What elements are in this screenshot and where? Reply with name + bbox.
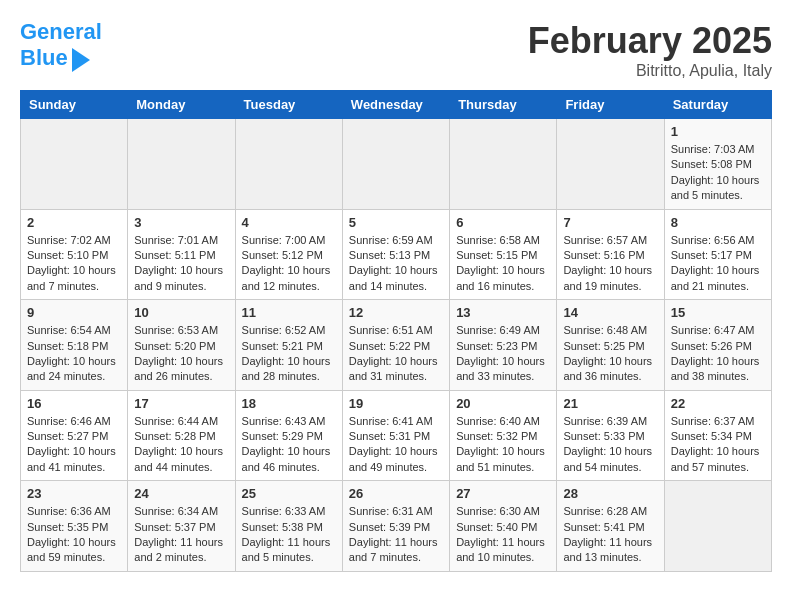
header-monday: Monday: [128, 91, 235, 119]
title-block: February 2025 Bitritto, Apulia, Italy: [528, 20, 772, 80]
calendar-cell: [128, 119, 235, 210]
day-number: 24: [134, 486, 228, 501]
calendar-cell: 19Sunrise: 6:41 AM Sunset: 5:31 PM Dayli…: [342, 390, 449, 481]
day-number: 14: [563, 305, 657, 320]
cell-content: Sunrise: 7:03 AM Sunset: 5:08 PM Dayligh…: [671, 142, 765, 204]
day-number: 21: [563, 396, 657, 411]
day-number: 20: [456, 396, 550, 411]
calendar-cell: 23Sunrise: 6:36 AM Sunset: 5:35 PM Dayli…: [21, 481, 128, 572]
cell-content: Sunrise: 6:33 AM Sunset: 5:38 PM Dayligh…: [242, 504, 336, 566]
day-number: 15: [671, 305, 765, 320]
calendar-cell: 4Sunrise: 7:00 AM Sunset: 5:12 PM Daylig…: [235, 209, 342, 300]
header-wednesday: Wednesday: [342, 91, 449, 119]
header-saturday: Saturday: [664, 91, 771, 119]
calendar-cell: 11Sunrise: 6:52 AM Sunset: 5:21 PM Dayli…: [235, 300, 342, 391]
day-number: 2: [27, 215, 121, 230]
day-number: 9: [27, 305, 121, 320]
day-number: 1: [671, 124, 765, 139]
calendar-cell: 1Sunrise: 7:03 AM Sunset: 5:08 PM Daylig…: [664, 119, 771, 210]
cell-content: Sunrise: 6:44 AM Sunset: 5:28 PM Dayligh…: [134, 414, 228, 476]
day-number: 4: [242, 215, 336, 230]
calendar-cell: [557, 119, 664, 210]
calendar-cell: 25Sunrise: 6:33 AM Sunset: 5:38 PM Dayli…: [235, 481, 342, 572]
cell-content: Sunrise: 6:51 AM Sunset: 5:22 PM Dayligh…: [349, 323, 443, 385]
cell-content: Sunrise: 7:02 AM Sunset: 5:10 PM Dayligh…: [27, 233, 121, 295]
calendar-cell: 22Sunrise: 6:37 AM Sunset: 5:34 PM Dayli…: [664, 390, 771, 481]
calendar-cell: [342, 119, 449, 210]
cell-content: Sunrise: 6:30 AM Sunset: 5:40 PM Dayligh…: [456, 504, 550, 566]
calendar-week-row: 23Sunrise: 6:36 AM Sunset: 5:35 PM Dayli…: [21, 481, 772, 572]
calendar-cell: 7Sunrise: 6:57 AM Sunset: 5:16 PM Daylig…: [557, 209, 664, 300]
cell-content: Sunrise: 6:37 AM Sunset: 5:34 PM Dayligh…: [671, 414, 765, 476]
cell-content: Sunrise: 6:40 AM Sunset: 5:32 PM Dayligh…: [456, 414, 550, 476]
calendar-week-row: 1Sunrise: 7:03 AM Sunset: 5:08 PM Daylig…: [21, 119, 772, 210]
day-number: 25: [242, 486, 336, 501]
day-number: 8: [671, 215, 765, 230]
calendar-cell: 20Sunrise: 6:40 AM Sunset: 5:32 PM Dayli…: [450, 390, 557, 481]
calendar-week-row: 16Sunrise: 6:46 AM Sunset: 5:27 PM Dayli…: [21, 390, 772, 481]
day-number: 5: [349, 215, 443, 230]
cell-content: Sunrise: 6:47 AM Sunset: 5:26 PM Dayligh…: [671, 323, 765, 385]
cell-content: Sunrise: 6:43 AM Sunset: 5:29 PM Dayligh…: [242, 414, 336, 476]
calendar-cell: 13Sunrise: 6:49 AM Sunset: 5:23 PM Dayli…: [450, 300, 557, 391]
cell-content: Sunrise: 6:53 AM Sunset: 5:20 PM Dayligh…: [134, 323, 228, 385]
day-number: 13: [456, 305, 550, 320]
day-number: 3: [134, 215, 228, 230]
calendar-table: SundayMondayTuesdayWednesdayThursdayFrid…: [20, 90, 772, 572]
day-number: 19: [349, 396, 443, 411]
calendar-cell: 3Sunrise: 7:01 AM Sunset: 5:11 PM Daylig…: [128, 209, 235, 300]
day-number: 22: [671, 396, 765, 411]
header-tuesday: Tuesday: [235, 91, 342, 119]
header-sunday: Sunday: [21, 91, 128, 119]
cell-content: Sunrise: 7:01 AM Sunset: 5:11 PM Dayligh…: [134, 233, 228, 295]
calendar-header-row: SundayMondayTuesdayWednesdayThursdayFrid…: [21, 91, 772, 119]
day-number: 11: [242, 305, 336, 320]
calendar-cell: 10Sunrise: 6:53 AM Sunset: 5:20 PM Dayli…: [128, 300, 235, 391]
cell-content: Sunrise: 6:54 AM Sunset: 5:18 PM Dayligh…: [27, 323, 121, 385]
calendar-week-row: 9Sunrise: 6:54 AM Sunset: 5:18 PM Daylig…: [21, 300, 772, 391]
calendar-cell: 2Sunrise: 7:02 AM Sunset: 5:10 PM Daylig…: [21, 209, 128, 300]
month-title: February 2025: [528, 20, 772, 62]
day-number: 16: [27, 396, 121, 411]
calendar-cell: 21Sunrise: 6:39 AM Sunset: 5:33 PM Dayli…: [557, 390, 664, 481]
day-number: 7: [563, 215, 657, 230]
cell-content: Sunrise: 6:46 AM Sunset: 5:27 PM Dayligh…: [27, 414, 121, 476]
day-number: 28: [563, 486, 657, 501]
calendar-cell: 14Sunrise: 6:48 AM Sunset: 5:25 PM Dayli…: [557, 300, 664, 391]
cell-content: Sunrise: 6:57 AM Sunset: 5:16 PM Dayligh…: [563, 233, 657, 295]
day-number: 18: [242, 396, 336, 411]
calendar-week-row: 2Sunrise: 7:02 AM Sunset: 5:10 PM Daylig…: [21, 209, 772, 300]
calendar-cell: 27Sunrise: 6:30 AM Sunset: 5:40 PM Dayli…: [450, 481, 557, 572]
header-thursday: Thursday: [450, 91, 557, 119]
cell-content: Sunrise: 6:59 AM Sunset: 5:13 PM Dayligh…: [349, 233, 443, 295]
calendar-cell: [450, 119, 557, 210]
calendar-cell: 28Sunrise: 6:28 AM Sunset: 5:41 PM Dayli…: [557, 481, 664, 572]
logo-text: General: [20, 20, 102, 44]
calendar-cell: 26Sunrise: 6:31 AM Sunset: 5:39 PM Dayli…: [342, 481, 449, 572]
cell-content: Sunrise: 6:56 AM Sunset: 5:17 PM Dayligh…: [671, 233, 765, 295]
page-header: General Blue February 2025 Bitritto, Apu…: [20, 20, 772, 80]
calendar-cell: 9Sunrise: 6:54 AM Sunset: 5:18 PM Daylig…: [21, 300, 128, 391]
cell-content: Sunrise: 6:48 AM Sunset: 5:25 PM Dayligh…: [563, 323, 657, 385]
header-friday: Friday: [557, 91, 664, 119]
logo-general: General: [20, 19, 102, 44]
cell-content: Sunrise: 7:00 AM Sunset: 5:12 PM Dayligh…: [242, 233, 336, 295]
calendar-cell: 16Sunrise: 6:46 AM Sunset: 5:27 PM Dayli…: [21, 390, 128, 481]
calendar-cell: 18Sunrise: 6:43 AM Sunset: 5:29 PM Dayli…: [235, 390, 342, 481]
calendar-cell: [664, 481, 771, 572]
calendar-cell: 5Sunrise: 6:59 AM Sunset: 5:13 PM Daylig…: [342, 209, 449, 300]
calendar-cell: 15Sunrise: 6:47 AM Sunset: 5:26 PM Dayli…: [664, 300, 771, 391]
day-number: 10: [134, 305, 228, 320]
cell-content: Sunrise: 6:41 AM Sunset: 5:31 PM Dayligh…: [349, 414, 443, 476]
calendar-cell: 8Sunrise: 6:56 AM Sunset: 5:17 PM Daylig…: [664, 209, 771, 300]
logo-blue: Blue: [20, 46, 68, 70]
logo-arrow-icon: [72, 48, 90, 72]
cell-content: Sunrise: 6:28 AM Sunset: 5:41 PM Dayligh…: [563, 504, 657, 566]
calendar-cell: 24Sunrise: 6:34 AM Sunset: 5:37 PM Dayli…: [128, 481, 235, 572]
cell-content: Sunrise: 6:58 AM Sunset: 5:15 PM Dayligh…: [456, 233, 550, 295]
day-number: 12: [349, 305, 443, 320]
calendar-cell: 6Sunrise: 6:58 AM Sunset: 5:15 PM Daylig…: [450, 209, 557, 300]
day-number: 26: [349, 486, 443, 501]
location-title: Bitritto, Apulia, Italy: [528, 62, 772, 80]
cell-content: Sunrise: 6:34 AM Sunset: 5:37 PM Dayligh…: [134, 504, 228, 566]
